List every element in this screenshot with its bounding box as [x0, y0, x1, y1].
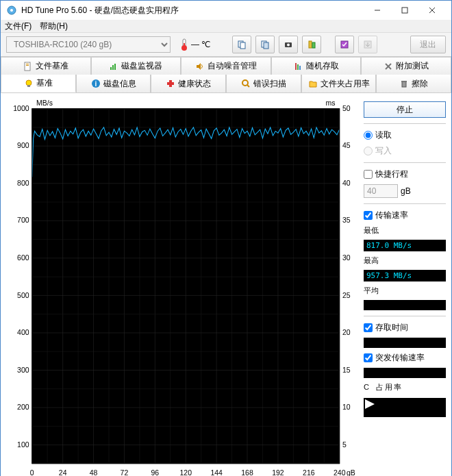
bulb-icon: [24, 79, 34, 88]
size-unit-label: gB: [401, 186, 411, 196]
chart-icon: [109, 62, 118, 71]
tools-icon: [384, 62, 393, 71]
radio-read[interactable]: 读取: [364, 129, 446, 141]
svg-rect-16: [312, 42, 315, 48]
svg-line-38: [247, 85, 249, 87]
max-label: 最高: [364, 255, 446, 266]
svg-text:600: 600: [17, 254, 29, 262]
divider: [364, 162, 446, 163]
close-button[interactable]: [418, 1, 446, 20]
maximize-button[interactable]: [391, 1, 418, 20]
radio-write-input[interactable]: [364, 147, 373, 155]
radio-write[interactable]: 写入: [364, 145, 446, 157]
svg-text:i: i: [95, 80, 97, 88]
svg-text:45: 45: [342, 142, 351, 149]
check-transfer[interactable]: 传输速率: [364, 210, 446, 221]
tab-磁盘监视器[interactable]: 磁盘监视器: [91, 57, 181, 75]
cpu-usage-display: [364, 398, 446, 417]
check-shortstroke-input[interactable]: [364, 170, 373, 179]
tab-文件夹占用率[interactable]: 文件夹占用率: [301, 75, 377, 92]
side-panel: 停止 读取 写入 快捷行程 gB 传输速率 最低 817.0 MB/s 最高 9…: [364, 99, 446, 476]
trash-icon: [399, 79, 409, 88]
tab-附加测试[interactable]: 附加测试: [361, 57, 451, 75]
exit-button[interactable]: 退出: [410, 36, 446, 53]
divider: [364, 203, 446, 204]
tabs-row-upper: 文件基准磁盘监视器自动噪音管理随机存取附加测试: [1, 57, 451, 75]
svg-text:300: 300: [17, 366, 29, 374]
svg-rect-20: [26, 64, 29, 64]
avg-value: [364, 300, 446, 310]
tab-错误扫描[interactable]: 错误扫描: [226, 75, 301, 92]
access-value: [364, 338, 446, 348]
svg-text:100: 100: [17, 441, 29, 449]
menu-file[interactable]: 文件(F): [5, 21, 32, 32]
check-burst-input[interactable]: [364, 353, 373, 362]
tab-自动噪音管理[interactable]: 自动噪音管理: [181, 57, 271, 75]
svg-marker-25: [197, 63, 201, 70]
divider: [364, 123, 446, 124]
svg-point-1: [10, 9, 13, 12]
save-button[interactable]: [335, 36, 354, 53]
svg-rect-27: [297, 64, 299, 70]
tab-随机存取[interactable]: 随机存取: [271, 57, 362, 75]
svg-text:800: 800: [17, 179, 29, 187]
speaker-icon: [195, 62, 205, 71]
svg-rect-15: [309, 41, 312, 48]
options-button[interactable]: [302, 36, 321, 53]
svg-text:20: 20: [342, 329, 351, 336]
info-icon: i: [91, 79, 101, 88]
svg-text:ms: ms: [325, 99, 335, 107]
shortstroke-size-input[interactable]: [364, 184, 398, 198]
burst-value: [364, 368, 446, 378]
check-transfer-input[interactable]: [364, 211, 373, 220]
min-label: 最低: [364, 225, 446, 236]
svg-text:72: 72: [121, 469, 129, 476]
copy-info-button[interactable]: [232, 36, 251, 53]
start-stop-button[interactable]: 停止: [364, 101, 446, 118]
svg-rect-12: [264, 42, 268, 49]
check-burst[interactable]: 突发传输速率: [364, 352, 446, 364]
svg-rect-19: [25, 62, 30, 71]
benchmark-chart: 0244872961201441681922162401002003004005…: [6, 99, 358, 476]
svg-text:240: 240: [334, 469, 346, 476]
tab-磁盘信息[interactable]: i磁盘信息: [76, 75, 151, 92]
check-access-input[interactable]: [364, 323, 373, 332]
svg-text:MB/s: MB/s: [36, 99, 53, 107]
temperature-value: — ℃: [191, 40, 210, 49]
titlebar: HD Tune Pro 5.60 - 硬盘/固态硬盘实用程序: [1, 1, 451, 21]
save-screenshot-button[interactable]: [279, 36, 298, 53]
tab-文件基准[interactable]: 文件基准: [1, 57, 91, 75]
svg-text:30: 30: [342, 254, 351, 262]
svg-rect-26: [295, 63, 297, 70]
svg-text:24: 24: [59, 469, 67, 476]
svg-text:48: 48: [90, 469, 98, 476]
svg-text:25: 25: [342, 292, 351, 299]
svg-text:gB: gB: [347, 469, 355, 476]
divider: [364, 316, 446, 316]
svg-rect-8: [184, 43, 185, 48]
minimize-button[interactable]: [364, 1, 391, 20]
svg-text:168: 168: [241, 469, 253, 476]
svg-text:96: 96: [151, 469, 160, 476]
svg-text:216: 216: [303, 469, 315, 476]
drive-select[interactable]: TOSHIBA-RC100 (240 gB): [6, 36, 171, 53]
tab-擦除[interactable]: 擦除: [376, 75, 451, 92]
temperature-display: — ℃: [175, 38, 216, 51]
svg-point-14: [287, 44, 290, 47]
check-access[interactable]: 存取时间: [364, 322, 446, 334]
tab-基准[interactable]: 基准: [1, 75, 76, 92]
svg-text:500: 500: [17, 292, 29, 299]
radio-read-input[interactable]: [364, 131, 373, 140]
avg-label: 平均: [364, 286, 446, 296]
svg-text:144: 144: [210, 469, 223, 476]
svg-text:10: 10: [342, 403, 351, 411]
check-shortstroke[interactable]: 快捷行程: [364, 168, 446, 180]
load-button[interactable]: [358, 36, 377, 53]
doc-icon: [23, 62, 33, 71]
tab-健康状态[interactable]: 健康状态: [151, 75, 226, 92]
svg-text:200: 200: [17, 403, 29, 411]
copy-screenshot-button[interactable]: [255, 36, 275, 53]
folder-icon: [308, 79, 318, 88]
menu-help[interactable]: 帮助(H): [40, 21, 68, 32]
menubar: 文件(F) 帮助(H): [1, 21, 451, 33]
